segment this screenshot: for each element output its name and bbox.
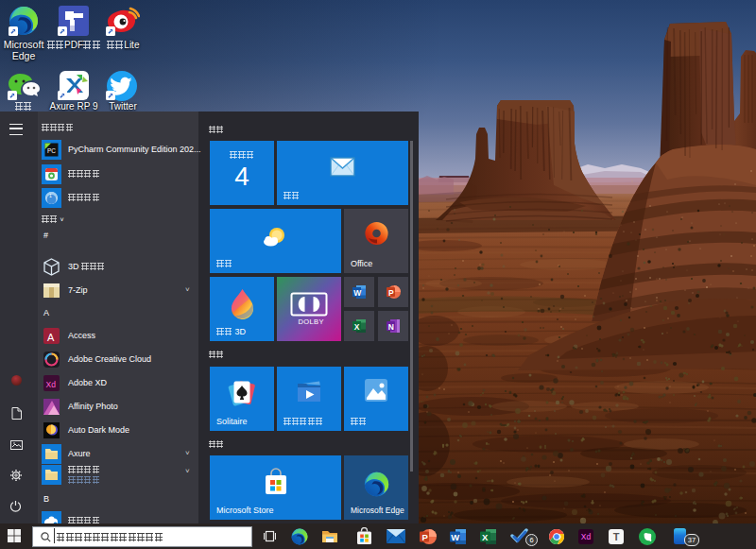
svg-text:PC: PC [47,147,56,154]
svg-text:X: X [482,532,489,542]
svg-text:A: A [47,332,55,343]
svg-text:DOLBY: DOLBY [299,317,324,326]
svg-text:W: W [353,288,362,298]
svg-text:P: P [422,532,429,542]
svg-text:1: 1 [49,193,52,198]
svg-text:N: N [388,322,394,332]
svg-text:P: P [388,288,394,298]
svg-text:W: W [451,532,459,542]
svg-text:Xd: Xd [46,380,57,389]
svg-text:X: X [354,322,360,332]
